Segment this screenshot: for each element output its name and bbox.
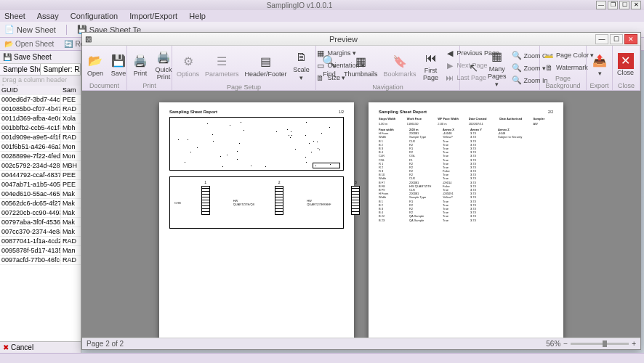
table-row[interactable]: 007220cb-cc90-4493-905...Mak [0, 208, 81, 218]
menubar: Sheet Assay Configuration Import/Export … [0, 10, 644, 22]
table-row[interactable]: 007cc370-2374-4e8a-bd...Mak [0, 227, 81, 237]
grid-body[interactable]: 000ed6d7-3bd7-44c9-83...PEE001085b0-cf07… [0, 95, 81, 341]
app-statusbar [0, 353, 644, 363]
open-sheet-button[interactable]: 📂 Open Sheet [4, 40, 54, 48]
open-button[interactable]: 📂Open [85, 52, 105, 78]
preview-page-indicator: Page 2 of 2 [86, 340, 124, 348]
menu-sheet[interactable]: Sheet [4, 12, 25, 20]
table-row[interactable]: 0097acfd-77b0-46fc-9d1...RAD [0, 256, 81, 265]
close-button[interactable]: ✕ [631, 1, 641, 9]
menu-configuration[interactable]: Configuration [71, 12, 118, 20]
zoom-plus-button[interactable]: + [632, 340, 636, 348]
tab-sample-sheets[interactable]: Sample Sheets [0, 64, 41, 75]
export-button[interactable]: 📤▾ [589, 52, 610, 78]
table-row[interactable]: 0047ab71-a1b5-4055-89...PEE [0, 180, 81, 189]
preview-statusbar: Page 2 of 2 56% − + [82, 338, 640, 349]
table-row[interactable]: 001d909e-a9e5-4f1f-9d...RAD [0, 133, 81, 142]
minimize-button[interactable]: — [596, 1, 606, 9]
close-preview-button[interactable]: ✕Close [616, 52, 635, 78]
preview-page-2: 2/2 Sampling Sheet Report Stops WidthWor… [369, 102, 563, 338]
new-sheet-button[interactable]: 📄 New Sheet [4, 25, 56, 34]
left-panel: 💾 Save Sheet Sample Sheets Sampler: RADE… [0, 51, 81, 353]
zoom-slider[interactable] [571, 343, 629, 345]
scale-button[interactable]: 🗎Scale▾ [291, 48, 312, 83]
table-row[interactable]: 00444792-ccaf-4837-afd...PEE [0, 171, 81, 180]
save-button[interactable]: 💾Save [108, 52, 129, 78]
app-title: SamplingIO v1.0.0.1 [3, 1, 596, 9]
first-page-button[interactable]: ⏮First Page [421, 49, 441, 83]
report-legend: CHN 1 HW QUARTZITE/QS 2 HW QUARTZITEREEF… [169, 176, 344, 229]
col-sampler[interactable]: Sam [61, 86, 80, 94]
preview-ribbon: 📂Open 💾Save Document 🖨️Print 🖨️Quick Pri… [82, 46, 640, 91]
header-footer-button[interactable]: ▤Header/Footer [243, 52, 289, 79]
preview-pages[interactable]: 1/2 Sampling Sheet Report CHN 1 HW QUART… [82, 91, 640, 338]
thumbnails-button[interactable]: ▦Thumbnails [342, 52, 379, 79]
next-page-button[interactable]: ▶Next Page [444, 60, 500, 71]
parameters-button[interactable]: ☰Parameters [204, 52, 241, 79]
col-guid[interactable]: GUID [0, 86, 61, 94]
report-title: Sampling Sheet Report [169, 110, 344, 114]
preview-maximize-button[interactable]: ☐ [610, 34, 623, 44]
options-button[interactable]: ⚙Options [175, 52, 201, 79]
report-data-table: Face widthH FromWidthB 1B 2B 3B 4CLRCGLR… [379, 128, 553, 222]
grid-header: GUID Sam [0, 86, 81, 95]
preview-icon: ▧ [85, 35, 92, 43]
bookmarks-button[interactable]: 🔖Bookmarks [382, 52, 418, 79]
table-row[interactable]: 001085b0-cf07-4b47-bd...RAD [0, 105, 81, 114]
main-area: ▧ Preview — ☐ ✕ 📂Open 💾Save Document [81, 51, 644, 353]
table-row[interactable]: 002c5792-234d-4286-8e...MBH [0, 161, 81, 171]
tab-sampler[interactable]: Sampler: RADEBE [41, 64, 81, 75]
menu-help[interactable]: Help [189, 12, 206, 20]
table-row[interactable]: 000ed6d7-3bd7-44c9-83...PEE [0, 95, 81, 105]
find-button[interactable]: 🔍Find [319, 52, 339, 79]
print-button[interactable]: 🖨️Print [130, 52, 150, 78]
table-row[interactable]: 00562dc6-dc65-4f27-950...Mak [0, 199, 81, 208]
app-titlebar: ▧ SamplingIO v1.0.0.1 — ❐ ☐ ✕ [0, 0, 644, 10]
save-sheet-button[interactable]: 💾 Save Sheet [3, 53, 52, 61]
table-row[interactable]: 004ed610-55ac-4659-8c...Mak [0, 189, 81, 199]
zoom-minus-button[interactable]: − [563, 340, 568, 348]
preview-title: Preview [92, 35, 595, 44]
table-row[interactable]: 0095878f-5d17-4135-ac...Man [0, 246, 81, 256]
preview-close-button[interactable]: ✕ [624, 34, 637, 44]
last-page-button[interactable]: ⏭Last Page [444, 72, 500, 83]
preview-page-1: 1/2 Sampling Sheet Report CHN 1 HW QUART… [159, 102, 354, 338]
maximize-button[interactable]: ☐ [619, 1, 629, 9]
report-title-2: Sampling Sheet Report [379, 110, 553, 114]
menu-assay[interactable]: Assay [37, 12, 59, 20]
restore-button[interactable]: ❐ [608, 1, 618, 9]
table-row[interactable]: 00877041-1f1a-4cd2-8a...RAD [0, 237, 81, 246]
table-row[interactable]: 0028899e-7f22-4fed-85...Mon [0, 152, 81, 161]
table-row[interactable]: 001bbfb2-ccb5-4c1f-a5e...Mbh [0, 123, 81, 133]
table-row[interactable]: 0011d369-afba-4e0d-90...Xola [0, 114, 81, 123]
menu-importexport[interactable]: Import/Export [129, 12, 177, 20]
group-drop-area[interactable]: Drag a column header here to group [0, 76, 81, 86]
report-scatter-plot [169, 117, 344, 171]
preview-minimize-button[interactable]: — [595, 34, 608, 44]
cancel-button[interactable]: ✖Cancel [0, 341, 81, 353]
zoom-value: 56% [546, 340, 560, 348]
print-preview-window: ▧ Preview — ☐ ✕ 📂Open 💾Save Document [81, 32, 641, 350]
quick-print-button[interactable]: 🖨️Quick Print [153, 48, 174, 82]
table-row[interactable]: 00797aba-3f0f-4536-b6f...Mak [0, 218, 81, 227]
table-row[interactable]: 001f6b51-a426-46a3-ae...Mon [0, 142, 81, 152]
